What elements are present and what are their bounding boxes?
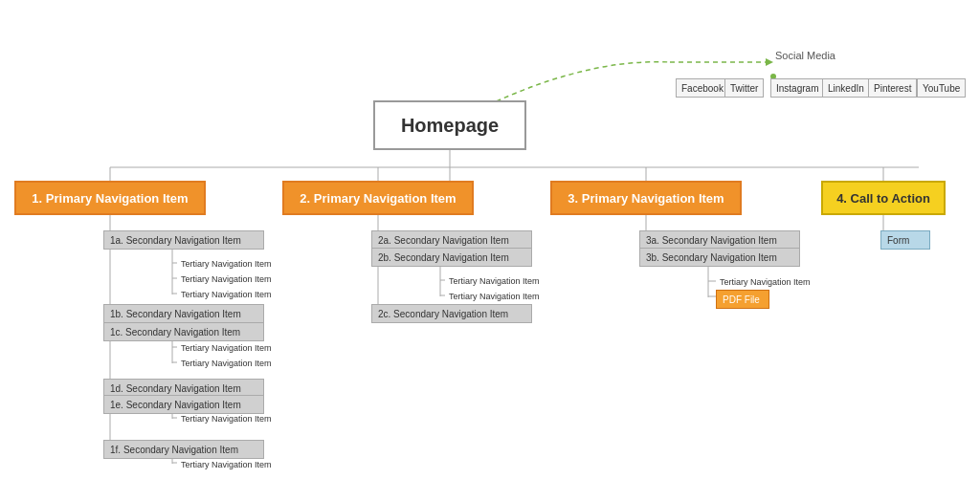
tertiary-1c-1: Tertiary Navigation Item <box>177 340 276 356</box>
primary-nav-1-label: 1. Primary Navigation Item <box>32 191 188 206</box>
primary-nav-1[interactable]: 1. Primary Navigation Item <box>14 181 206 215</box>
instagram-button[interactable]: Instagram <box>770 78 824 98</box>
homepage-box: Homepage <box>373 100 526 150</box>
tertiary-1f-1: Tertiary Navigation Item <box>177 457 276 472</box>
secondary-1a[interactable]: 1a. Secondary Navigation Item <box>103 230 264 250</box>
secondary-2c[interactable]: 2c. Secondary Navigation Item <box>371 304 532 323</box>
tertiary-1e-1: Tertiary Navigation Item <box>177 411 276 426</box>
secondary-1f[interactable]: 1f. Secondary Navigation Item <box>103 440 264 459</box>
homepage-label: Homepage <box>401 115 499 137</box>
primary-nav-3[interactable]: 3. Primary Navigation Item <box>550 181 742 215</box>
pdf-file-item[interactable]: PDF File <box>716 290 769 309</box>
tertiary-1a-1: Tertiary Navigation Item <box>177 256 276 272</box>
social-media-label: Social Media <box>775 50 835 61</box>
primary-nav-4[interactable]: 4. Call to Action <box>821 181 946 215</box>
tertiary-1a-3: Tertiary Navigation Item <box>177 287 276 302</box>
secondary-1b[interactable]: 1b. Secondary Navigation Item <box>103 304 264 323</box>
canvas: Social Media Facebook Twitter Instagram … <box>0 0 980 501</box>
secondary-1c[interactable]: 1c. Secondary Navigation Item <box>103 322 264 341</box>
tertiary-2b-2: Tertiary Navigation Item <box>445 289 544 304</box>
form-button[interactable]: Form <box>880 230 930 250</box>
secondary-2b[interactable]: 2b. Secondary Navigation Item <box>371 248 532 267</box>
svg-marker-1 <box>766 58 773 66</box>
tertiary-1c-2: Tertiary Navigation Item <box>177 356 276 371</box>
secondary-3b[interactable]: 3b. Secondary Navigation Item <box>639 248 800 267</box>
youtube-button[interactable]: YouTube <box>917 78 966 98</box>
primary-nav-2[interactable]: 2. Primary Navigation Item <box>282 181 474 215</box>
twitter-button[interactable]: Twitter <box>724 78 764 98</box>
primary-nav-4-label: 4. Call to Action <box>836 191 930 206</box>
primary-nav-3-label: 3. Primary Navigation Item <box>568 191 724 206</box>
pinterest-button[interactable]: Pinterest <box>868 78 917 98</box>
linkedin-button[interactable]: LinkedIn <box>822 78 870 98</box>
secondary-3a[interactable]: 3a. Secondary Navigation Item <box>639 230 800 250</box>
tertiary-2b-1: Tertiary Navigation Item <box>445 273 544 289</box>
primary-nav-2-label: 2. Primary Navigation Item <box>300 191 456 206</box>
tertiary-1a-2: Tertiary Navigation Item <box>177 272 276 287</box>
secondary-2a[interactable]: 2a. Secondary Navigation Item <box>371 230 532 250</box>
tertiary-3b-1: Tertiary Navigation Item <box>716 274 814 290</box>
facebook-button[interactable]: Facebook <box>676 78 729 98</box>
